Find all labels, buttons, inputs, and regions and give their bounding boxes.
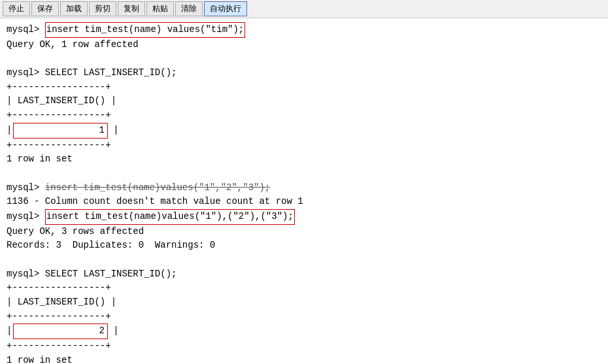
table-pipe: | [108,124,119,138]
console-line: mysql> SELECT LAST_INSERT_ID(); [7,267,601,282]
cut-button[interactable]: 剪切 [89,1,116,16]
table-line: +-----------------+ [7,281,601,295]
table-line: +-----------------+ [7,139,601,153]
prompt: mysql> [7,210,45,224]
table-border: +-----------------+ [7,281,111,295]
prompt: mysql> [7,23,45,37]
console-line: mysql> SELECT LAST_INSERT_ID(); [7,66,601,80]
output-text: Query OK, 1 row affected [7,38,139,52]
table-header: | LAST_INSERT_ID() | [7,94,116,108]
command-highlight-2: insert tim_test(name)values("1"),("2"),(… [45,209,295,225]
command-highlight: insert tim_test(name) values("tim"); [45,22,245,38]
console-line: Query OK, 3 rows affected [7,225,601,239]
console-line: mysql> insert tim_test(name)values("1"),… [7,209,601,225]
command-text: SELECT LAST_INSERT_ID(); [45,66,177,80]
console-line: 1 row in set [7,354,601,364]
output-text: 1 row in set [7,152,73,167]
console-line: Records: 3 Duplicates: 0 Warnings: 0 [7,239,601,253]
console-line: Query OK, 1 row affected [7,38,601,52]
output-text: Records: 3 Duplicates: 0 Warnings: 0 [7,239,215,253]
console-line: 1 row in set [7,152,601,167]
value-box-1: 1 [13,123,107,139]
prompt: mysql> [7,66,45,80]
stop-button[interactable]: 停止 [3,1,30,16]
error-text: 1136 - Column count doesn't match value … [7,195,303,209]
table-border: +-----------------+ [7,139,111,153]
clear-button[interactable]: 清除 [175,1,203,16]
console-line: mysql> insert tim_test(name)values("1","… [7,181,601,195]
blank-line [7,253,601,267]
autorun-button[interactable]: 自动执行 [204,1,247,16]
command-strikethrough: insert tim_test(name)values("1","2","3")… [45,181,270,195]
output-text: Query OK, 3 rows affected [7,225,144,239]
toolbar: 停止 保存 加载 剪切 复制 粘贴 清除 自动执行 [0,0,608,18]
blank-line [7,52,601,66]
table-border: +-----------------+ [7,80,111,95]
table-border: +-----------------+ [7,339,111,354]
command-text: SELECT LAST_INSERT_ID(); [45,267,177,282]
table-header: | LAST_INSERT_ID() | [7,295,116,310]
paste-button[interactable]: 粘贴 [146,1,174,16]
save-button[interactable]: 保存 [31,1,59,16]
console-line: mysql> insert tim_test(name) values("tim… [7,22,601,38]
table-border: +-----------------+ [7,310,111,324]
table-pipe: | [7,324,12,339]
table-pipe: | [7,124,12,138]
table-line: | LAST_INSERT_ID() | [7,295,601,310]
table-line: +-----------------+ [7,310,601,324]
console-area: mysql> insert tim_test(name) values("tim… [0,18,608,364]
load-button[interactable]: 加载 [60,1,88,16]
table-line: +-----------------+ [7,108,601,123]
table-line: +-----------------+ [7,80,601,95]
table-value-line: | 1 | [7,123,601,139]
blank-line [7,167,601,181]
table-border: +-----------------+ [7,108,111,123]
table-pipe: | [108,324,119,339]
value-box-2: 2 [13,323,107,339]
table-line: +-----------------+ [7,339,601,354]
table-value-line: | 2 | [7,323,601,339]
prompt: mysql> [7,181,45,195]
output-text: 1 row in set [7,354,73,364]
prompt: mysql> [7,267,45,282]
error-line: 1136 - Column count doesn't match value … [7,195,601,209]
table-line: | LAST_INSERT_ID() | [7,94,601,108]
copy-button[interactable]: 复制 [118,1,145,16]
